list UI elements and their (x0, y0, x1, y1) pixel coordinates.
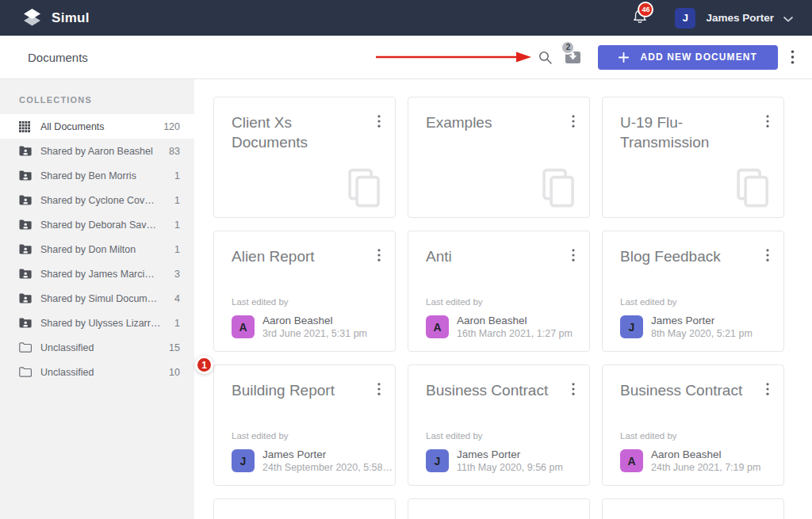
sidebar-item-count: 3 (174, 269, 180, 280)
card-title: Client Xs Documents (214, 97, 395, 152)
document-card[interactable]: Building Report Last edited by J James P… (213, 364, 396, 486)
sidebar-item-label: Shared by Cyclone Cov… (40, 195, 168, 206)
user-avatar: J (675, 8, 695, 29)
add-new-document-button[interactable]: ADD NEW DOCUMENT (598, 45, 778, 70)
documents-main: Client Xs Documents Last edited by Exam (194, 79, 812, 519)
sidebar-item[interactable]: Shared by Aaron Beashel 83 (0, 139, 194, 163)
toolbar: Documents 2 (0, 36, 812, 79)
card-footer: Last edited by A Aaron Beashel 24th June… (620, 431, 776, 474)
plus-icon (619, 52, 629, 63)
sidebar-item[interactable]: Unclassified 15 (0, 335, 194, 360)
editor-date: 11th May 2020, 9:56 pm (457, 461, 563, 474)
sidebar-item[interactable]: Shared by Simul Docum… 4 (0, 286, 194, 311)
kebab-menu-icon[interactable] (376, 381, 382, 397)
document-card[interactable]: Business Contract Last edited by J James… (408, 364, 590, 486)
sidebar-item-count: 1 (174, 195, 180, 206)
page-title: Documents (28, 51, 88, 64)
upload-status-button[interactable]: 2 (563, 48, 582, 67)
copy-pages-icon (342, 166, 385, 208)
editor-avatar: A (426, 315, 449, 338)
user-name: James Porter (706, 12, 774, 24)
editor-avatar: J (426, 449, 449, 472)
documents-grid: Client Xs Documents Last edited by Exam (213, 97, 812, 519)
editor-name: Aaron Beashel (651, 448, 760, 461)
last-edited-label: Last edited by (426, 297, 582, 307)
upload-count-badge: 2 (561, 40, 575, 55)
sidebar-item-label: Shared by Deborah Sav… (40, 219, 168, 231)
collections-header: COLLECTIONS (19, 95, 194, 105)
partial-card: Last edited by (408, 498, 590, 519)
shared-folder-icon (19, 269, 32, 279)
folder-icon (19, 367, 32, 377)
search-icon[interactable] (538, 50, 553, 65)
card-footer: Last edited by J James Porter 8th May 20… (620, 297, 776, 340)
toolbar-kebab-menu-icon[interactable] (791, 50, 795, 64)
shared-folder-icon (19, 219, 32, 230)
editor-name: James Porter (262, 448, 393, 461)
kebab-menu-icon[interactable] (764, 381, 771, 397)
sidebar-item-count: 1 (174, 170, 180, 181)
user-menu[interactable]: J James Porter (675, 8, 793, 29)
editor-name: Aaron Beashel (262, 314, 367, 327)
kebab-menu-icon[interactable] (376, 113, 382, 129)
kebab-menu-icon[interactable] (764, 247, 771, 263)
document-card[interactable]: Alien Report Last edited by A Aaron Beas… (213, 231, 396, 352)
card-footer: Last edited by A Aaron Beashel 16th Marc… (426, 297, 582, 340)
card-title: Building Report (214, 365, 395, 400)
simul-logo-icon (21, 8, 43, 29)
collection-card[interactable]: Client Xs Documents Last edited by (213, 97, 396, 218)
document-card[interactable]: Business Contract Last edited by A Aaron… (602, 364, 784, 486)
card-title: Business Contract (408, 365, 589, 400)
editor-name: James Porter (457, 448, 563, 461)
sidebar-item[interactable]: Shared by Ulysses Lizarr… 1 (0, 311, 194, 335)
notifications-badge: 46 (638, 2, 653, 17)
card-title: U-19 Flu-Transmission (603, 97, 783, 152)
shared-folder-icon (19, 244, 32, 254)
add-new-document-label: ADD NEW DOCUMENT (640, 52, 757, 63)
last-edited-label: Last edited by (232, 431, 388, 441)
sidebar-item-count: 1 (174, 219, 180, 231)
editor-date: 3rd June 2021, 5:31 pm (262, 327, 367, 340)
notifications-button[interactable]: 46 (632, 8, 648, 28)
sidebar-item-label: Shared by Simul Docum… (40, 293, 168, 304)
sidebar-item-label: Shared by Don Milton (40, 244, 168, 255)
editor-avatar: J (620, 315, 643, 338)
editor-avatar: A (620, 449, 643, 472)
kebab-menu-icon[interactable] (570, 113, 576, 129)
sidebar-item-label: Shared by Ben Morris (40, 170, 168, 181)
card-footer: Last edited by J James Porter 11th May 2… (426, 431, 582, 474)
sidebar-item[interactable]: Shared by Don Milton 1 (0, 237, 194, 261)
card-title: Alien Report (214, 231, 395, 266)
sidebar-item-label: Shared by Ulysses Lizarr… (40, 318, 168, 329)
brand-name: Simul (52, 10, 90, 26)
sidebar-item[interactable]: Shared by Ben Morris 1 (0, 163, 194, 188)
document-card[interactable]: Blog Feedback Last edited by J James Por… (602, 231, 784, 352)
card-title: Examples (408, 97, 589, 132)
folder-icon (19, 342, 32, 353)
sidebar-item[interactable]: Shared by Cyclone Cov… 1 (0, 188, 194, 212)
editor-date: 16th March 2021, 1:27 pm (457, 327, 573, 340)
kebab-menu-icon[interactable] (570, 381, 576, 397)
collection-card[interactable]: Examples Last edited by (408, 97, 590, 218)
sidebar-item-count: 4 (174, 293, 180, 304)
top-navbar: Simul 46 J James Porter (0, 0, 812, 36)
sidebar-item-label: All Documents (40, 121, 157, 132)
kebab-menu-icon[interactable] (764, 113, 771, 129)
sidebar-item-count: 120 (163, 121, 180, 132)
kebab-menu-icon[interactable] (376, 247, 382, 263)
sidebar-item-label: Shared by Aaron Beashel (40, 146, 163, 157)
sidebar-item-label: Unclassified (40, 367, 163, 378)
sidebar-item[interactable]: Shared by Deborah Sav… 1 (0, 212, 194, 237)
collection-card[interactable]: U-19 Flu-Transmission Last edited by (602, 97, 784, 218)
collections-list: All Documents 120 Shared by Aaron Beashe… (0, 114, 194, 384)
card-footer: Last edited by A Aaron Beashel 3rd June … (232, 297, 388, 340)
editor-date: 8th May 2020, 5:21 pm (651, 327, 753, 340)
sidebar-item[interactable]: Unclassified 10 (0, 360, 194, 384)
sidebar-item[interactable]: All Documents 120 (0, 114, 194, 139)
editor-avatar: A (232, 315, 255, 338)
shared-folder-icon (19, 170, 32, 181)
card-footer: Last edited by J James Porter 24th Septe… (232, 431, 388, 474)
kebab-menu-icon[interactable] (570, 247, 576, 263)
sidebar-item[interactable]: Shared by James Marci… 3 (0, 261, 194, 286)
document-card[interactable]: Anti Last edited by A Aaron Beashel 16th… (408, 231, 590, 352)
